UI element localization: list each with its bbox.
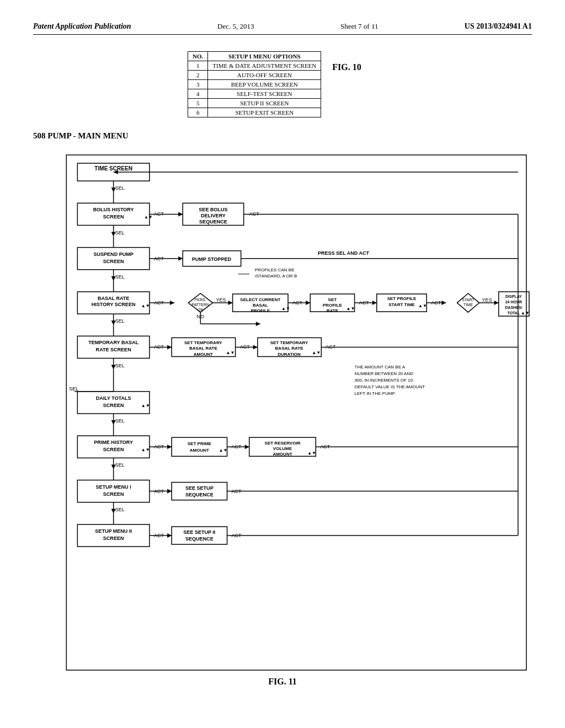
svg-text:▲▼: ▲▼ bbox=[141, 447, 150, 452]
svg-text:THE AMOUNT CAN BE A: THE AMOUNT CAN BE A bbox=[355, 365, 406, 370]
svg-text:▲▼: ▲▼ bbox=[281, 306, 290, 311]
svg-text:PERS.: PERS. bbox=[195, 298, 206, 302]
svg-text:SCREEN: SCREEN bbox=[103, 491, 124, 497]
svg-text:24 HOUR: 24 HOUR bbox=[505, 300, 522, 304]
svg-marker-103 bbox=[167, 345, 172, 349]
fig10-table: NO. SETUP I MENU OPTIONS 1 TIME & DATE A… bbox=[188, 51, 321, 117]
svg-text:BOLUS HISTORY: BOLUS HISTORY bbox=[93, 207, 134, 212]
svg-text:SET RESERVOIR: SET RESERVOIR bbox=[265, 441, 301, 446]
table-row: 1 TIME & DATE ADJUSTMENT SCREEN bbox=[188, 61, 321, 71]
svg-text:DASHES/: DASHES/ bbox=[505, 306, 522, 309]
svg-text:AMOUNT: AMOUNT bbox=[194, 352, 213, 357]
fig10-container: NO. SETUP I MENU OPTIONS 1 TIME & DATE A… bbox=[188, 51, 532, 117]
fig11-diagram: TIME SCREEN SEL BOLUS HISTORY SCREEN ▲▼ … bbox=[33, 145, 532, 686]
svg-text:PROFILE: PROFILE bbox=[323, 303, 342, 308]
header-sheet: Sheet 7 of 11 bbox=[340, 22, 378, 31]
svg-text:300, IN INCREMENTS OF 10.: 300, IN INCREMENTS OF 10. bbox=[355, 378, 414, 383]
svg-text:SEQUENCE: SEQUENCE bbox=[185, 536, 214, 542]
svg-text:LEFT IN THE PUMP.: LEFT IN THE PUMP. bbox=[355, 391, 396, 396]
svg-marker-13 bbox=[178, 212, 183, 216]
svg-text:ON: ON bbox=[198, 308, 204, 312]
col-no: NO. bbox=[188, 52, 208, 61]
table-row: 3 BEEP VOLUME SCREEN bbox=[188, 80, 321, 89]
svg-text:TIME: TIME bbox=[463, 303, 473, 307]
svg-text:SEL: SEL bbox=[115, 274, 125, 280]
page-header: Patent Application Publication Dec. 5, 2… bbox=[33, 22, 532, 35]
svg-text:SETUP MENU I: SETUP MENU I bbox=[96, 484, 131, 490]
svg-text:SEL: SEL bbox=[115, 462, 125, 468]
svg-text:DAILY TOTALS: DAILY TOTALS bbox=[96, 395, 131, 401]
svg-text:DISPLAY: DISPLAY bbox=[505, 295, 522, 298]
svg-text:▲▼: ▲▼ bbox=[226, 351, 235, 356]
svg-text:YES: YES bbox=[216, 297, 226, 303]
svg-text:▲▼: ▲▼ bbox=[521, 311, 530, 315]
svg-text:▲▼: ▲▼ bbox=[312, 351, 321, 356]
table-row: 4 SELF-TEST SCREEN bbox=[188, 89, 321, 99]
svg-text:START TIME: START TIME bbox=[388, 302, 415, 307]
svg-text:PUMP STOPPED: PUMP STOPPED bbox=[192, 256, 232, 262]
svg-text:SET: SET bbox=[328, 297, 337, 302]
svg-text:SEQUENCE: SEQUENCE bbox=[199, 219, 227, 224]
table-row: 2 AUTO-OFF SCREEN bbox=[188, 71, 321, 80]
svg-marker-29 bbox=[178, 256, 183, 261]
svg-text:DELIVERY: DELIVERY bbox=[201, 213, 226, 218]
svg-text:SEL: SEL bbox=[115, 185, 125, 191]
svg-text:YES: YES bbox=[482, 297, 492, 303]
svg-text:SCREEN: SCREEN bbox=[103, 214, 124, 220]
svg-text:SETUP MENU II: SETUP MENU II bbox=[95, 528, 132, 534]
svg-text:SEE SETUP: SEE SETUP bbox=[185, 485, 214, 491]
svg-text:SEE BOLUS: SEE BOLUS bbox=[199, 207, 227, 212]
svg-text:SEQUENCE: SEQUENCE bbox=[185, 492, 214, 497]
svg-text:/STANDARD, A OR B: /STANDARD, A OR B bbox=[255, 274, 297, 279]
svg-marker-144 bbox=[167, 445, 172, 449]
svg-text:PROFILE: PROFILE bbox=[250, 308, 270, 313]
svg-text:START: START bbox=[462, 298, 475, 302]
svg-text:PRIME HISTORY: PRIME HISTORY bbox=[94, 440, 133, 445]
svg-text:▲▼: ▲▼ bbox=[418, 303, 427, 308]
svg-marker-93 bbox=[256, 322, 260, 326]
svg-marker-151 bbox=[245, 445, 249, 449]
diagram-area: 508 PUMP - MAIN MENU TIME SCREEN SEL BOL… bbox=[33, 131, 532, 710]
svg-text:SET PRIME: SET PRIME bbox=[188, 441, 212, 446]
svg-marker-111 bbox=[253, 345, 258, 349]
svg-text:SEE SETUP II: SEE SETUP II bbox=[183, 529, 215, 535]
fig10-label: FIG. 10 bbox=[332, 62, 361, 72]
svg-text:SELECT CURRENT: SELECT CURRENT bbox=[240, 297, 280, 302]
svg-text:AMOUNT: AMOUNT bbox=[273, 452, 292, 457]
svg-text:SCREEN: SCREEN bbox=[103, 447, 124, 452]
svg-text:▲▼: ▲▼ bbox=[347, 306, 355, 311]
svg-text:SET TEMPORARY: SET TEMPORARY bbox=[184, 340, 222, 345]
svg-text:BASAL RATE: BASAL RATE bbox=[189, 346, 218, 351]
svg-text:▲▼: ▲▼ bbox=[307, 451, 316, 456]
svg-text:SET TEMPORARY: SET TEMPORARY bbox=[270, 340, 308, 345]
svg-text:SEL: SEL bbox=[115, 418, 125, 424]
svg-text:SEL: SEL bbox=[115, 318, 125, 324]
svg-text:PRESS SEL AND ACT: PRESS SEL AND ACT bbox=[318, 250, 369, 256]
diagram-title: 508 PUMP - MAIN MENU bbox=[33, 131, 532, 141]
svg-text:▲▼: ▲▼ bbox=[144, 215, 153, 220]
svg-text:SCREEN: SCREEN bbox=[103, 536, 124, 541]
header-left: Patent Application Publication bbox=[33, 22, 131, 31]
svg-text:▲▼: ▲▼ bbox=[218, 448, 227, 453]
svg-marker-54 bbox=[228, 301, 233, 305]
svg-text:SET PROFILE: SET PROFILE bbox=[387, 296, 417, 301]
svg-text:BASAL RATE: BASAL RATE bbox=[98, 296, 129, 301]
svg-text:SEL: SEL bbox=[115, 507, 125, 512]
svg-text:SUSPEND PUMP: SUSPEND PUMP bbox=[94, 251, 134, 257]
svg-text:SEL: SEL bbox=[115, 230, 125, 235]
svg-rect-145 bbox=[172, 437, 227, 456]
table-row: 6 SETUP EXIT SCREEN bbox=[188, 108, 321, 117]
svg-text:RATE: RATE bbox=[327, 308, 339, 313]
svg-text:TEMPORARY BASAL: TEMPORARY BASAL bbox=[88, 340, 138, 345]
svg-marker-77 bbox=[441, 301, 446, 305]
svg-marker-62 bbox=[306, 301, 310, 305]
svg-text:BASAL: BASAL bbox=[253, 303, 268, 308]
svg-text:TIME SCREEN: TIME SCREEN bbox=[94, 165, 132, 172]
svg-text:AMOUNT: AMOUNT bbox=[190, 448, 209, 453]
svg-text:SEL: SEL bbox=[69, 386, 78, 392]
svg-text:SEL: SEL bbox=[115, 363, 125, 368]
svg-marker-183 bbox=[167, 533, 172, 538]
svg-text:NUMBER BETWEEN 20 AND: NUMBER BETWEEN 20 AND bbox=[355, 371, 414, 376]
header-date: Dec. 5, 2013 bbox=[217, 22, 254, 31]
svg-text:▲▼: ▲▼ bbox=[141, 403, 150, 408]
